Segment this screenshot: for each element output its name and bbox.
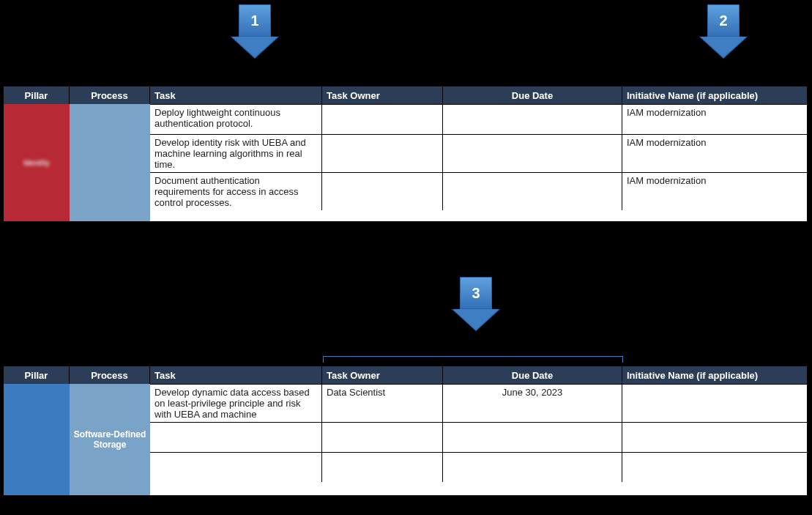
cell-task: Deploy lightweight continuous authentica… <box>150 105 322 134</box>
cell-due <box>443 173 622 210</box>
callout-arrow-2: 2 <box>699 4 748 57</box>
cell-initiative: IAM modernization <box>622 105 808 134</box>
table-2-rows: Develop dynamic data access based on lea… <box>150 384 808 495</box>
cell-owner <box>322 423 443 452</box>
table-1-header: Pillar Process Task Task Owner Due Date … <box>4 86 807 104</box>
cell-owner <box>322 453 443 482</box>
callout-number-2: 2 <box>707 4 740 37</box>
table-row: Develop dynamic data access based on lea… <box>150 384 808 422</box>
table-2-header: Pillar Process Task Task Owner Due Date … <box>4 366 807 384</box>
table-row <box>150 422 808 452</box>
table-row: Document authentication requirements for… <box>150 172 808 210</box>
cell-initiative: IAM modernization <box>622 173 808 210</box>
cell-task: Develop dynamic data access based on lea… <box>150 385 322 422</box>
cell-owner <box>322 105 443 134</box>
table-row: Deploy lightweight continuous authentica… <box>150 104 808 134</box>
table-1-process-cell <box>70 104 150 221</box>
cell-task <box>150 423 322 452</box>
col-initiative: Initiative Name (if applicable) <box>622 366 808 384</box>
cell-task: Document authentication requirements for… <box>150 173 322 210</box>
callout-arrow-3: 3 <box>452 277 500 330</box>
cell-initiative <box>622 453 808 482</box>
table-1: Pillar Process Task Task Owner Due Date … <box>4 86 808 223</box>
cell-owner <box>322 135 443 172</box>
cell-initiative: IAM modernization <box>622 135 808 172</box>
process-label: Software-Defined Storage <box>72 429 147 450</box>
col-process: Process <box>70 366 150 384</box>
cell-due <box>443 453 622 482</box>
table-2: Pillar Process Task Task Owner Due Date … <box>4 366 808 497</box>
col-pillar: Pillar <box>4 86 70 104</box>
cell-due <box>443 105 622 134</box>
col-initiative: Initiative Name (if applicable) <box>622 86 808 104</box>
table-2-body: Software-Defined Storage Develop dynamic… <box>4 384 807 495</box>
table-2-process-cell: Software-Defined Storage <box>70 384 150 495</box>
table-2-pillar-cell <box>4 384 70 495</box>
bracket-span <box>323 356 623 363</box>
col-due: Due Date <box>443 86 622 104</box>
table-1-body: Identity Deploy lightweight continuous a… <box>4 104 807 221</box>
col-task: Task <box>150 366 322 384</box>
table-row: Develop identity risk with UEBA and mach… <box>150 134 808 172</box>
cell-initiative <box>622 385 808 422</box>
col-process: Process <box>70 86 150 104</box>
pillar-label: Identity <box>23 159 50 167</box>
col-task: Task <box>150 86 322 104</box>
cell-owner <box>322 173 443 210</box>
cell-task: Develop identity risk with UEBA and mach… <box>150 135 322 172</box>
cell-due <box>443 423 622 452</box>
cell-task <box>150 453 322 482</box>
table-row <box>150 452 808 482</box>
col-owner: Task Owner <box>322 86 443 104</box>
cell-due <box>443 135 622 172</box>
cell-owner: Data Scientist <box>322 385 443 422</box>
callout-arrow-1: 1 <box>231 4 279 57</box>
cell-due: June 30, 2023 <box>443 385 622 422</box>
col-due: Due Date <box>443 366 622 384</box>
cell-initiative <box>622 423 808 452</box>
table-1-pillar-cell: Identity <box>4 104 70 221</box>
table-1-rows: Deploy lightweight continuous authentica… <box>150 104 808 221</box>
callout-number-3: 3 <box>460 277 492 309</box>
callout-number-1: 1 <box>239 4 271 37</box>
col-pillar: Pillar <box>4 366 70 384</box>
col-owner: Task Owner <box>322 366 443 384</box>
